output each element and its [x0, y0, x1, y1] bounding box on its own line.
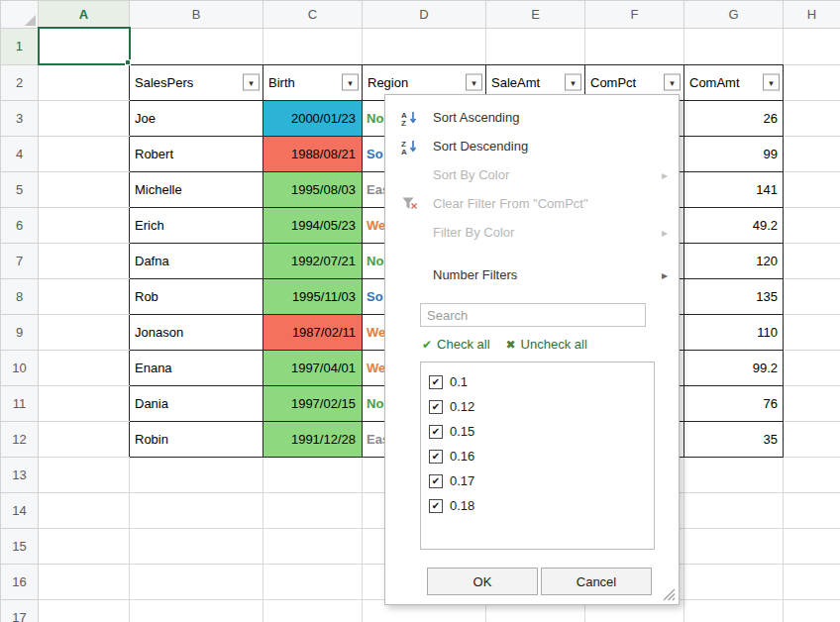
cell[interactable]: [784, 244, 840, 279]
cell-name[interactable]: Dania: [130, 386, 263, 422]
cancel-button[interactable]: Cancel: [541, 568, 652, 595]
cell-birth[interactable]: 1991/12/28: [263, 422, 363, 458]
row-header-4[interactable]: 4: [1, 137, 39, 172]
cell[interactable]: [784, 529, 840, 565]
cell[interactable]: [585, 28, 684, 64]
cell[interactable]: [39, 64, 130, 101]
filter-option[interactable]: 0.12: [429, 394, 646, 419]
cell-birth[interactable]: 1988/08/21: [263, 137, 363, 172]
checkbox-checked-icon[interactable]: [429, 375, 443, 389]
cell[interactable]: [784, 493, 840, 529]
row-header-2[interactable]: 2: [1, 64, 39, 101]
cell[interactable]: [684, 28, 784, 64]
menu-item-number-filters[interactable]: Number Filters ▸: [385, 260, 679, 289]
cell[interactable]: [784, 600, 840, 622]
cell-birth[interactable]: 1995/11/03: [263, 279, 363, 315]
cell-name[interactable]: Rob: [130, 279, 263, 315]
checkbox-checked-icon[interactable]: [429, 499, 443, 513]
row-header-3[interactable]: 3: [1, 101, 39, 137]
cell[interactable]: [263, 28, 363, 64]
cell-name[interactable]: Michelle: [130, 172, 263, 208]
column-header-h[interactable]: H: [784, 1, 840, 29]
cell-comamt[interactable]: 110: [684, 315, 784, 351]
row-header-6[interactable]: 6: [1, 208, 39, 244]
cell[interactable]: [784, 137, 840, 172]
filter-option[interactable]: 0.1: [429, 369, 646, 394]
cell[interactable]: [784, 386, 840, 422]
cell-name[interactable]: Dafna: [130, 244, 263, 279]
cell[interactable]: [39, 137, 130, 172]
cell[interactable]: [39, 565, 130, 600]
cell-comamt[interactable]: 49.2: [684, 208, 784, 244]
cell[interactable]: [130, 600, 263, 622]
cell[interactable]: [39, 351, 130, 386]
cell[interactable]: [784, 28, 840, 64]
row-header-15[interactable]: 15: [1, 529, 39, 565]
cell[interactable]: [784, 64, 840, 101]
cell[interactable]: [363, 28, 486, 64]
cell[interactable]: [784, 279, 840, 315]
cell-comamt[interactable]: 135: [684, 279, 784, 315]
cell-name[interactable]: Robert: [130, 137, 263, 172]
cell[interactable]: [684, 565, 784, 600]
selected-cell-a1[interactable]: [39, 28, 130, 64]
column-header-d[interactable]: D: [363, 1, 486, 29]
filter-button-compct[interactable]: ▾: [664, 74, 681, 91]
cell[interactable]: [263, 529, 363, 565]
check-all-link[interactable]: ✔ Check all: [422, 337, 490, 352]
checkbox-checked-icon[interactable]: [429, 400, 443, 414]
cell[interactable]: [39, 244, 130, 279]
cell[interactable]: [784, 458, 840, 493]
row-header-17[interactable]: 17: [1, 600, 39, 622]
cell-birth[interactable]: 1997/04/01: [263, 351, 363, 386]
cell[interactable]: [263, 458, 363, 493]
cell[interactable]: [39, 600, 130, 622]
row-header-5[interactable]: 5: [1, 172, 39, 208]
column-header-c[interactable]: C: [263, 1, 363, 29]
cell-comamt[interactable]: 26: [684, 101, 784, 137]
cell[interactable]: [486, 28, 585, 64]
cell[interactable]: [130, 529, 263, 565]
row-header-12[interactable]: 12: [1, 422, 39, 458]
cell[interactable]: [130, 28, 263, 64]
cell[interactable]: [130, 458, 263, 493]
cell-comamt[interactable]: 120: [684, 244, 784, 279]
cell-birth[interactable]: 1997/02/15: [263, 386, 363, 422]
cell-birth[interactable]: 2000/01/23: [263, 101, 363, 137]
filter-button-saleamt[interactable]: ▾: [565, 74, 581, 91]
cell[interactable]: [130, 565, 263, 600]
cell[interactable]: [684, 458, 784, 493]
filter-options-list[interactable]: 0.1 0.12 0.15 0.16 0.17 0.18: [420, 362, 655, 550]
checkbox-checked-icon[interactable]: [429, 474, 443, 488]
cell[interactable]: [263, 493, 363, 529]
cell[interactable]: [784, 422, 840, 458]
cell-birth[interactable]: 1987/02/11: [263, 315, 363, 351]
cell[interactable]: [39, 386, 130, 422]
cell[interactable]: [684, 600, 784, 622]
cell-name[interactable]: Enana: [130, 351, 263, 386]
cell[interactable]: [39, 208, 130, 244]
table-header-salespers[interactable]: SalesPers▾: [130, 64, 263, 101]
cell[interactable]: [784, 565, 840, 600]
filter-button-comamt[interactable]: ▾: [763, 74, 780, 91]
search-input[interactable]: [420, 303, 646, 327]
cell-birth[interactable]: 1994/05/23: [263, 208, 363, 244]
column-header-g[interactable]: G: [684, 1, 784, 29]
cell[interactable]: [130, 493, 263, 529]
cell[interactable]: [784, 172, 840, 208]
cell-comamt[interactable]: 99.2: [684, 351, 784, 386]
cell[interactable]: [263, 565, 363, 600]
filter-option[interactable]: 0.15: [429, 419, 646, 444]
row-header-11[interactable]: 11: [1, 386, 39, 422]
row-header-9[interactable]: 9: [1, 315, 39, 351]
filter-option[interactable]: 0.17: [429, 468, 646, 493]
row-header-13[interactable]: 13: [1, 458, 39, 493]
cell[interactable]: [784, 315, 840, 351]
column-header-a[interactable]: A: [39, 1, 130, 29]
cell[interactable]: [39, 172, 130, 208]
checkbox-checked-icon[interactable]: [429, 425, 443, 439]
row-header-10[interactable]: 10: [1, 351, 39, 386]
cell[interactable]: [784, 351, 840, 386]
cell[interactable]: [39, 279, 130, 315]
row-header-8[interactable]: 8: [1, 279, 39, 315]
